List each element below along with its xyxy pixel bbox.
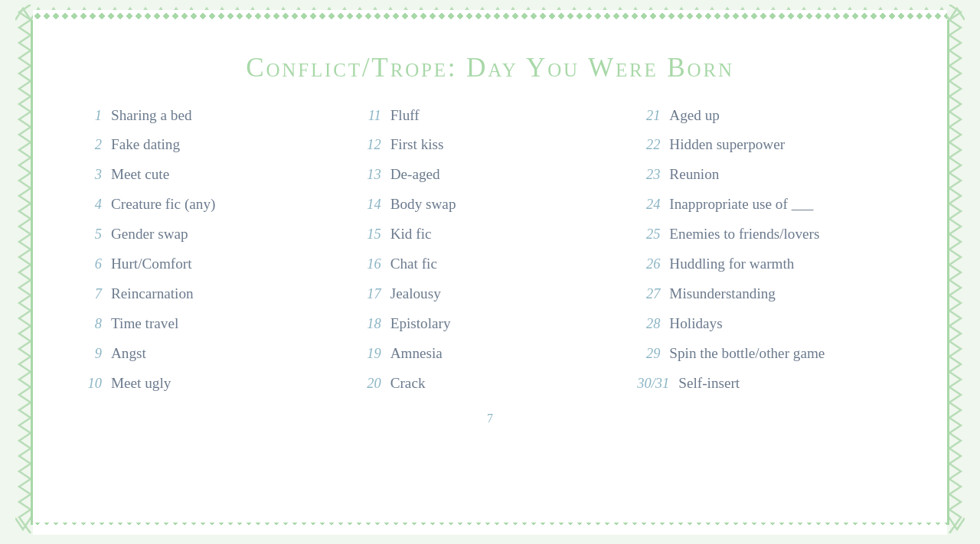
item-text: Hidden superpower xyxy=(669,135,785,155)
list-item: 17Jealousy xyxy=(358,285,622,304)
list-item: 11Fluff xyxy=(358,106,622,125)
item-number: 7 xyxy=(79,286,102,302)
list-item: 1Sharing a bed xyxy=(79,106,343,125)
list-item: 13De-aged xyxy=(358,165,622,184)
list-item: 18Epistolary xyxy=(358,314,622,334)
item-text: Gender swap xyxy=(111,225,188,244)
item-number: 22 xyxy=(637,137,660,153)
list-item: 30/31Self-insert xyxy=(637,374,901,393)
column-3: 21Aged up22Hidden superpower23Reunion24I… xyxy=(629,106,909,405)
item-text: Holidays xyxy=(669,314,722,334)
item-text: Time travel xyxy=(111,314,178,334)
item-text: Reincarnation xyxy=(111,285,194,304)
item-number: 11 xyxy=(358,108,381,124)
content-columns: 1Sharing a bed2Fake dating3Meet cute4Cre… xyxy=(71,106,909,405)
item-number: 30/31 xyxy=(637,376,669,392)
item-text: De-aged xyxy=(390,165,440,184)
list-item: 14Body swap xyxy=(358,195,622,214)
item-number: 14 xyxy=(358,197,381,213)
list-item: 22Hidden superpower xyxy=(637,135,901,155)
item-number: 10 xyxy=(79,376,102,392)
page-title: Conflict/Trope: Day You Were Born xyxy=(71,53,909,83)
item-number: 26 xyxy=(637,256,660,272)
list-item: 7Reincarnation xyxy=(79,285,343,304)
list-item: 12First kiss xyxy=(358,135,622,155)
list-item: 19Amnesia xyxy=(358,344,622,363)
main-card: Conflict/Trope: Day You Were Born 1Shari… xyxy=(31,20,949,525)
item-text: Fluff xyxy=(390,106,420,125)
item-number: 5 xyxy=(79,226,102,243)
list-item: 29Spin the bottle/other game xyxy=(637,344,901,363)
item-text: Hurt/Comfort xyxy=(111,255,192,274)
item-text: Enemies to friends/lovers xyxy=(669,225,819,244)
page-number: 7 xyxy=(71,412,909,425)
item-text: Meet ugly xyxy=(111,374,171,393)
list-item: 4Creature fic (any) xyxy=(79,195,343,214)
item-number: 20 xyxy=(358,376,381,392)
item-number: 12 xyxy=(358,137,381,153)
list-item: 8Time travel xyxy=(79,314,343,334)
item-text: Huddling for warmth xyxy=(669,255,794,274)
item-number: 19 xyxy=(358,346,381,362)
list-item: 27Misunderstanding xyxy=(637,285,901,304)
item-number: 16 xyxy=(358,256,381,272)
item-number: 21 xyxy=(637,108,660,124)
item-text: Inappropriate use of ___ xyxy=(669,195,813,214)
item-text: Aged up xyxy=(669,106,720,125)
item-number: 23 xyxy=(637,167,660,183)
item-text: Amnesia xyxy=(390,344,443,363)
item-text: Sharing a bed xyxy=(111,106,192,125)
item-number: 3 xyxy=(79,167,102,183)
item-text: Fake dating xyxy=(111,135,180,155)
item-number: 4 xyxy=(79,197,102,213)
item-number: 13 xyxy=(358,167,381,183)
list-item: 16Chat fic xyxy=(358,255,622,274)
list-item: 10Meet ugly xyxy=(79,374,343,393)
item-text: First kiss xyxy=(390,135,444,155)
item-text: Spin the bottle/other game xyxy=(669,344,825,363)
list-item: 5Gender swap xyxy=(79,225,343,244)
item-text: Reunion xyxy=(669,165,719,184)
item-number: 6 xyxy=(79,256,102,272)
item-text: Self-insert xyxy=(678,374,740,393)
item-text: Crack xyxy=(390,374,426,393)
item-number: 15 xyxy=(358,226,381,243)
item-number: 24 xyxy=(637,197,660,213)
list-item: 6Hurt/Comfort xyxy=(79,255,343,274)
item-text: Jealousy xyxy=(390,285,441,304)
item-number: 25 xyxy=(637,226,660,243)
item-number: 27 xyxy=(637,286,660,302)
list-item: 9Angst xyxy=(79,344,343,363)
item-text: Creature fic (any) xyxy=(111,195,215,214)
item-number: 9 xyxy=(79,346,102,362)
list-item: 3Meet cute xyxy=(79,165,343,184)
item-text: Body swap xyxy=(390,195,456,214)
list-item: 26Huddling for warmth xyxy=(637,255,901,274)
list-item: 23Reunion xyxy=(637,165,901,184)
list-item: 21Aged up xyxy=(637,106,901,125)
item-text: Epistolary xyxy=(390,314,451,334)
item-number: 29 xyxy=(637,346,660,362)
list-item: 24Inappropriate use of ___ xyxy=(637,195,901,214)
item-number: 17 xyxy=(358,286,381,302)
item-text: Angst xyxy=(111,344,146,363)
item-number: 2 xyxy=(79,137,102,153)
item-number: 8 xyxy=(79,316,102,332)
list-item: 15Kid fic xyxy=(358,225,622,244)
list-item: 20Crack xyxy=(358,374,622,393)
list-item: 2Fake dating xyxy=(79,135,343,155)
column-2: 11Fluff12First kiss13De-aged14Body swap1… xyxy=(351,106,630,405)
item-number: 18 xyxy=(358,316,381,332)
item-text: Chat fic xyxy=(390,255,437,274)
item-number: 1 xyxy=(79,108,102,124)
item-text: Meet cute xyxy=(111,165,169,184)
item-number: 28 xyxy=(637,316,660,332)
list-item: 28Holidays xyxy=(637,314,901,334)
column-1: 1Sharing a bed2Fake dating3Meet cute4Cre… xyxy=(71,106,351,405)
list-item: 25Enemies to friends/lovers xyxy=(637,225,901,244)
item-text: Misunderstanding xyxy=(669,285,776,304)
item-text: Kid fic xyxy=(390,225,432,244)
